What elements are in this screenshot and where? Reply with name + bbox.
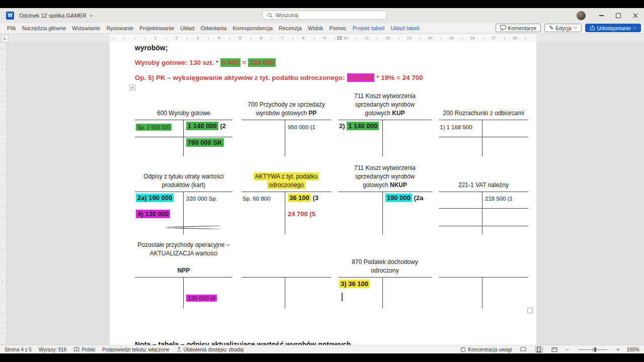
ruler-tick [462,38,462,39]
print-layout-icon [536,346,542,352]
ribbon-tab-plik[interactable]: Plik [4,25,19,31]
share-label: Udostępnianie [597,25,631,31]
focus-mode[interactable]: Koncentracja uwagi [460,347,512,352]
t-account-aktywa-podatek-odroczony: AKTYWA z tyt. podatkuodroczonegoSp. 60 8… [242,154,331,234]
ledger-entry: 320 000 Sp. [186,196,217,202]
highlight-green: Sp. 1 920 000 [136,124,172,131]
print-layout-button[interactable] [535,346,543,353]
highlight-green: 6 000 [220,58,240,67]
text-predictions[interactable]: Podpowiedzi tekstu: włączone [102,347,169,352]
horizontal-ruler[interactable]: L 123456789101112131415161718 [0,33,644,43]
comment-bubble-icon [500,25,506,31]
ribbon-tab-odwołania[interactable]: Odwołania [197,25,229,31]
ledger-entry: 3) 36 100 [339,280,370,288]
account-body: 218 500 (1 [439,192,528,234]
maximize-button[interactable] [610,8,627,23]
close-button[interactable] [627,8,644,23]
ruler-tick [2,323,4,323]
text-run: PP [308,110,316,117]
account-body [439,277,528,308]
text-run: sprzedanych wyrobów [355,173,415,180]
ribbon-tab-narzędzia-główne[interactable]: Narzędzia główne [19,25,69,31]
read-mode-button[interactable] [519,346,528,353]
text-run: NKUP [390,182,407,189]
ruler-tick [134,38,135,39]
ruler-tick [2,281,4,281]
ruler-tick [2,69,4,70]
web-layout-button[interactable] [550,346,559,353]
ledger-entry: 780 000 SK [186,139,224,146]
zoom-slider[interactable] [578,349,607,350]
user-avatar[interactable] [577,11,586,20]
text-run: Pozostałe przychody operacyjne – [138,241,230,248]
document-page[interactable]: wyrobów; Wyroby gotowe: 130 szt. * 6 000… [110,42,536,345]
t-account-711-kup: 711 Koszt wytworzeniasprzedanych wyrobów… [338,82,432,156]
account-title: 700 Przychody ze sprzedażywyrobów gotowy… [242,82,331,120]
comments-label: Komentarze [508,25,537,31]
pencil-icon: ✎ [549,25,553,31]
ribbon-tab-recenzja[interactable]: Recenzja [276,25,305,31]
ruler-tick [441,38,441,39]
highlight-green: 780 000 [248,58,276,67]
search-input[interactable]: Wyszukaj [262,11,386,20]
word-count[interactable]: Wyrazy: 916 [39,347,66,352]
ribbon-tab-wstawianie[interactable]: Wstawianie [69,25,103,31]
language-indicator[interactable]: Polski [73,347,95,352]
ruler-tick [208,38,209,39]
account-title-line: gotowych NKUP [363,181,407,190]
ribbon-tab-projekt-tabeli[interactable]: Projekt tabeli [350,25,388,31]
account-divider-line [183,278,184,308]
word-window: W Odcinek 12 spółka GAMER Wyszukaj PlikN… [0,0,644,362]
ledger-entry: 1 140 000 (2 [186,122,226,130]
account-body: 2) 1 140 000 [338,120,432,156]
share-button[interactable]: Udostępnianie [585,24,641,32]
text-run: 950 000 (1 [288,124,315,130]
ribbon-tab-projektowanie[interactable]: Projektowanie [136,25,177,31]
minimize-button[interactable] [593,8,610,23]
ruler-tick [2,133,4,133]
ribbon-tab-układ-tabeli[interactable]: Układ tabeli [387,25,422,31]
ruler-tick [2,249,4,249]
ribbon-tab-układ[interactable]: Układ [177,25,197,31]
comments-button[interactable]: Komentarze [496,24,541,32]
text-run: 218 500 (1 [485,196,513,202]
ribbon-tab-pomoc[interactable]: Pomoc [326,25,349,31]
table-column-marker[interactable] [337,36,342,40]
t-account-221-1-vat-nalezny: 221-1 VAT należny218 500 (1 [439,154,528,234]
zoom-out-button[interactable]: − [566,346,569,352]
ruler-tick [2,48,4,49]
accessibility-checker[interactable]: Ułatwienia dostępu: zbadaj [177,347,244,352]
highlight-magenta: 130 000 [347,73,375,82]
zoom-in-button[interactable]: + [616,346,619,352]
ribbon-tab-korespondencja[interactable]: Korespondencja [229,25,276,31]
ruler-tick [2,238,4,239]
zoom-slider-thumb[interactable] [594,347,596,352]
highlight-yellow: 36 100 [288,194,311,202]
ribbon-tab-widok[interactable]: Widok [305,25,327,31]
account-divider-line [382,120,383,156]
zoom-level[interactable]: 160% [626,347,639,352]
highlight-yellow: odroczonego [267,181,305,189]
page-indicator[interactable]: Strona 4 z 5 [5,347,32,352]
ledger-entry: 130 000 (4 [186,295,217,301]
ledger-entry: 36 100 (3 [288,194,318,202]
ruler-tick [2,344,4,344]
search-icon [267,13,273,18]
account-title-line: 711 Koszt wytworzenia [354,92,416,101]
ruler-number: 17 [492,36,496,40]
text-run: sprzedanych wyrobów [355,101,415,108]
account-divider-line [183,120,184,156]
ruler-tick [2,270,4,270]
highlight-green: 780 000 SK [186,138,224,147]
table-resize-handle[interactable] [527,308,533,313]
vertical-ruler[interactable] [0,42,6,353]
editing-mode-button[interactable]: ✎ Edycja [544,24,582,32]
document-title[interactable]: Odcinek 12 spółka GAMER [19,13,93,19]
ruler-number: 13 [407,36,412,40]
tab-stop-selector[interactable]: L [1,35,9,42]
ruler-number: 9 [324,36,326,40]
ledger-entry: 2a) 190 000 [136,194,174,202]
ribbon-tab-rysowanie[interactable]: Rysowanie [103,25,136,31]
ruler-number: 3 [197,36,199,40]
text-run: NPP [178,267,190,274]
